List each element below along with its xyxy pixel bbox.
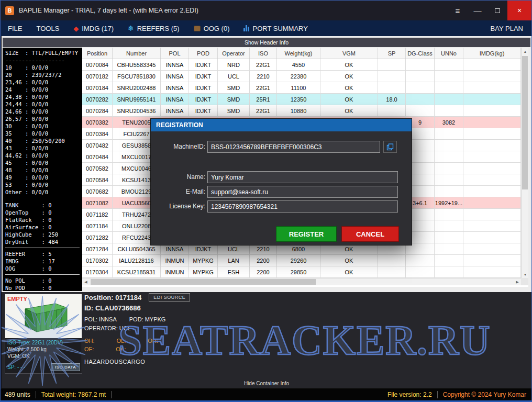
sidebar-stat-line: TANK : 0: [5, 202, 80, 209]
scroll-down-button[interactable]: ▼: [522, 271, 529, 278]
scroll-left-button[interactable]: ◀: [82, 278, 90, 286]
horizontal-scrollbar[interactable]: ◀ ▶: [82, 278, 521, 285]
column-header[interactable]: POL: [161, 48, 189, 59]
table-cell: 0071282: [82, 232, 113, 243]
column-header[interactable]: POD: [189, 48, 218, 59]
position-text: Position: 0171184: [84, 294, 141, 302]
table-row[interactable]: 0070282SNRU9955141INNSAIDJKTSMD25R112350…: [82, 94, 521, 105]
table-cell: [463, 209, 521, 220]
column-header[interactable]: UNNo: [435, 48, 463, 59]
table-cell: KCSU2185931: [113, 266, 161, 277]
table-row[interactable]: 0170304KCSU2185931INMUNMYPKGESH220029850…: [82, 266, 521, 278]
table-cell: MYPKG: [189, 255, 218, 266]
table-cell: 4550: [277, 59, 320, 70]
column-header[interactable]: Number: [113, 48, 161, 59]
column-header[interactable]: Weight(kg): [277, 48, 320, 59]
scroll-right-button[interactable]: ▶: [514, 278, 521, 286]
table-cell: [378, 266, 406, 277]
hamburger-menu-button[interactable]: ≡: [448, 1, 468, 20]
table-cell: [435, 186, 463, 197]
menu-file[interactable]: FILE: [8, 25, 22, 32]
sidebar-stat-line: 24,38 : 0/0/0: [5, 93, 80, 100]
table-cell: SNRU2004536: [113, 105, 161, 116]
menu-bay-plan[interactable]: BAY PLAN: [491, 25, 523, 32]
table-cell: CBHU5583345: [113, 59, 161, 70]
table-cell: [406, 266, 435, 277]
sidebar-stat-line: 35 : 0/0/0: [5, 130, 80, 137]
table-row[interactable]: 0070284SNRU2004536INNSAIDJKTSMD22G110880…: [82, 105, 521, 117]
table-cell: INNSA: [161, 105, 189, 116]
sidebar-stat-line: 49 : 0/0/0: [5, 174, 80, 181]
show-header-info-toggle[interactable]: Show Header Info: [3, 38, 530, 47]
table-cell: FSCU7851830: [113, 71, 161, 82]
table-cell: [406, 105, 435, 116]
column-header[interactable]: VGM: [320, 48, 378, 59]
menu-port-summary[interactable]: PORT SUMMARY: [243, 25, 307, 32]
column-header[interactable]: Operator: [218, 48, 250, 59]
vertical-scroll-thumb[interactable]: [522, 56, 528, 189]
column-header[interactable]: DG-Class: [406, 48, 435, 59]
menu-tools[interactable]: TOOLS: [36, 25, 59, 32]
menu-bay-plan-label: BAY PLAN: [491, 25, 523, 32]
table-cell: SMD: [218, 82, 250, 93]
maximize-icon: [495, 8, 500, 13]
column-header[interactable]: Position: [82, 48, 113, 59]
table-cell: [435, 163, 463, 174]
scroll-up-button[interactable]: ▲: [522, 48, 529, 55]
license-key-input[interactable]: [207, 200, 398, 213]
table-cell: [435, 128, 463, 139]
table-cell: 1992+19...: [435, 197, 463, 208]
table-cell: 29850: [277, 266, 320, 277]
name-input[interactable]: [207, 171, 398, 183]
menu-reefers[interactable]: ❄ REEFERS (5): [128, 25, 180, 32]
horizontal-scroll-thumb[interactable]: [91, 279, 316, 285]
table-cell: 0071184: [82, 220, 113, 231]
vertical-scrollbar[interactable]: ▲ ▼: [521, 48, 528, 278]
table-cell: 0071284: [82, 243, 113, 254]
sidebar-stat-line: 24,66 : 0/0/0: [5, 108, 80, 115]
hide-container-info-toggle[interactable]: Hide Container Info: [2, 381, 531, 386]
table-cell: 0070484: [82, 151, 113, 162]
menu-oog[interactable]: OOG (0): [194, 25, 230, 32]
dialog-title-bar[interactable]: REGISTARTION: [151, 119, 412, 131]
column-header[interactable]: IMDG(kg): [463, 48, 521, 59]
table-cell: 0070284: [82, 105, 113, 116]
copy-machine-id-button[interactable]: [383, 141, 397, 153]
app-icon: B: [5, 6, 14, 15]
maximize-button[interactable]: [487, 1, 507, 20]
table-cell: IALU2128116: [113, 255, 161, 266]
table-row[interactable]: 0170302IALU2128116INMUNMYPKGLAN220029260…: [82, 255, 521, 266]
status-separator: [36, 391, 36, 398]
menu-file-label: FILE: [8, 25, 22, 32]
table-cell: 18.0: [378, 94, 406, 105]
register-button[interactable]: REGISTER: [276, 226, 337, 242]
cancel-button[interactable]: CANCEL: [341, 226, 399, 242]
table-cell: 0170302: [82, 255, 113, 266]
table-row[interactable]: 0070182FSCU7851830INNSAIDJKTUCL221022380…: [82, 71, 521, 82]
status-bar: 489 units Total weight: 7867.2 mt File v…: [1, 388, 531, 401]
column-header[interactable]: ISO: [250, 48, 277, 59]
table-cell: 3082: [435, 117, 463, 128]
imdg-diamond-icon: ◆: [73, 25, 79, 32]
table-row[interactable]: 0070184SNRU2002488INNSAIDJKTSMD22G111100…: [82, 82, 521, 94]
table-row[interactable]: 0070084CBHU5583345INNSAIDJKTNRD22G14550O…: [82, 59, 521, 71]
close-button[interactable]: ×: [507, 1, 531, 20]
app-window: B BAPLIE Manager - TRIAL, 7 days left - …: [0, 0, 532, 402]
column-header[interactable]: SP: [378, 48, 406, 59]
email-input[interactable]: [207, 186, 398, 198]
machine-id-input[interactable]: [207, 141, 380, 153]
operator-text: OPERATOR: UCL: [84, 325, 215, 331]
menu-imdg[interactable]: ◆ IMDG (17): [73, 25, 114, 32]
edi-source-button[interactable]: EDI SOURCE: [149, 293, 190, 302]
iso-data-button[interactable]: ISO DATA: [51, 363, 80, 371]
window-controls: ≡ — ×: [448, 1, 531, 20]
container-card: EMPTY ISO Type: 22G1 (20DV) Weight: 2,50…: [5, 294, 82, 374]
table-cell: [463, 94, 521, 105]
table-cell: [406, 59, 435, 70]
table-cell: OK: [320, 82, 378, 93]
title-bar[interactable]: B BAPLIE Manager - TRIAL, 7 days left - …: [1, 1, 531, 20]
minimize-button[interactable]: —: [468, 1, 487, 20]
table-cell: [378, 71, 406, 82]
table-cell: 2200: [250, 266, 277, 277]
table-cell: [463, 243, 521, 254]
